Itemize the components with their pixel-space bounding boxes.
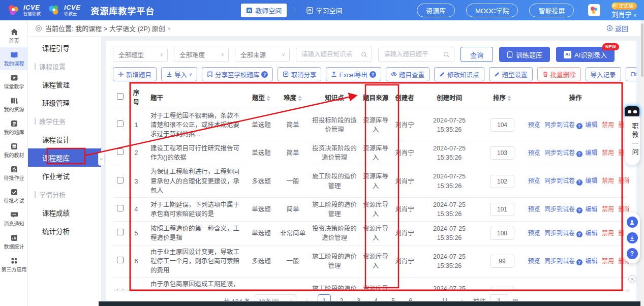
disable-link[interactable]: 禁用 bbox=[602, 149, 614, 157]
preview-link[interactable]: 预览 bbox=[528, 206, 540, 213]
row-checkbox[interactable] bbox=[117, 120, 124, 127]
edit-link[interactable]: 编辑 bbox=[586, 177, 598, 185]
delete-link[interactable]: 删除 bbox=[619, 206, 630, 213]
search-icon[interactable] bbox=[361, 51, 367, 58]
sync-to-paper-link[interactable]: 同步到试卷 bbox=[544, 206, 575, 213]
page-button[interactable]: 4 bbox=[370, 294, 383, 301]
mooc-academy-button[interactable]: MOOC学院 bbox=[466, 4, 518, 17]
source-select[interactable]: 全部来源∨ bbox=[235, 47, 290, 62]
page-size-select[interactable]: 10条/页∨ bbox=[255, 294, 296, 301]
question-type-select[interactable]: 全部题型∨ bbox=[113, 47, 168, 62]
sync-to-paper-link[interactable]: 同步到试卷 bbox=[544, 258, 575, 265]
sync-to-paper-link[interactable]: 同步到试卷 bbox=[544, 177, 575, 185]
page-button[interactable]: 6 bbox=[404, 294, 417, 301]
rail-item-exam-review[interactable]: 待批考试 bbox=[0, 185, 28, 207]
preview-link[interactable]: 预览 bbox=[528, 258, 540, 265]
sidebar-item-class-management[interactable]: 班级管理 bbox=[28, 94, 101, 112]
page-button[interactable]: 1 bbox=[318, 294, 331, 301]
sidebar-item-course-guide[interactable]: 课程引导 bbox=[28, 39, 101, 57]
search-icon[interactable] bbox=[443, 51, 450, 58]
page-button[interactable]: 11 bbox=[439, 294, 452, 301]
sort-icon[interactable] bbox=[266, 96, 270, 101]
sidebar-item-course-grades[interactable]: 课程成绩 bbox=[28, 203, 101, 222]
sync-to-paper-link[interactable]: 同步到试卷 bbox=[544, 121, 575, 129]
sidebar-item-course-design[interactable]: 课程设计 bbox=[28, 130, 101, 148]
delete-link[interactable]: 删除 bbox=[619, 177, 630, 185]
sort-input[interactable]: 104 bbox=[490, 118, 514, 132]
resource-library-button[interactable]: 资源库 bbox=[417, 4, 455, 17]
ai-recognition-button[interactable]: AI AI识别录入 NEW bbox=[556, 47, 615, 62]
sort-input[interactable]: 99 bbox=[490, 255, 514, 268]
disable-link[interactable]: 禁用 bbox=[602, 177, 614, 185]
help-icon[interactable]: ? bbox=[576, 179, 582, 186]
edit-link[interactable]: 编辑 bbox=[586, 206, 598, 213]
query-button[interactable]: 查询 bbox=[461, 47, 493, 62]
row-checkbox[interactable] bbox=[117, 177, 124, 183]
add-question-button[interactable]: 新增题目 bbox=[113, 67, 157, 81]
page-ellipsis[interactable]: ... bbox=[421, 294, 435, 301]
sidebar-collapse-handle[interactable]: « bbox=[98, 151, 105, 166]
rail-item-data-statistics[interactable]: 数据统计 bbox=[0, 230, 28, 253]
row-checkbox[interactable] bbox=[117, 148, 124, 155]
rail-item-third-party-apps[interactable]: 第三方应用 bbox=[0, 253, 28, 276]
back-button[interactable]: 返回 bbox=[606, 23, 628, 33]
rail-item-my-question-bank[interactable]: 我的题库 bbox=[0, 116, 28, 139]
question-stem-input[interactable] bbox=[384, 51, 443, 58]
excel-export-button[interactable]: Excel导出? bbox=[326, 67, 381, 81]
import-button[interactable]: 导入∨ bbox=[161, 67, 197, 81]
preview-link[interactable]: 预览 bbox=[528, 149, 540, 157]
how-to-upload-button[interactable]: 如何上传题库? bbox=[626, 67, 636, 81]
disable-link[interactable]: 禁用 bbox=[602, 258, 614, 265]
preview-link[interactable]: 预览 bbox=[528, 177, 540, 185]
select-all-checkbox[interactable] bbox=[117, 93, 124, 100]
ai-assistant-widget[interactable]: 职教一问 bbox=[623, 105, 641, 165]
sort-input[interactable]: 103 bbox=[490, 146, 514, 160]
goto-page-input[interactable] bbox=[490, 294, 508, 301]
sort-input[interactable]: 101 bbox=[490, 203, 514, 216]
rail-item-classroom-teaching[interactable]: 课堂教学 bbox=[0, 70, 28, 93]
question-type-settings-button[interactable]: 题型设置 bbox=[489, 67, 533, 81]
rail-item-my-courses[interactable]: 我的课程 bbox=[0, 47, 28, 70]
rail-item-messages[interactable]: 消息通知 bbox=[0, 207, 28, 230]
edit-link[interactable]: 编辑 bbox=[586, 121, 598, 129]
scrollbar-thumb[interactable] bbox=[641, 23, 643, 77]
sidebar-item-course-management[interactable]: 课程管理 bbox=[28, 75, 101, 94]
row-checkbox[interactable] bbox=[117, 257, 124, 263]
app-icon[interactable] bbox=[588, 4, 600, 16]
sidebar-item-statistics-analysis[interactable]: 统计分析 bbox=[28, 222, 101, 240]
download-button[interactable] bbox=[627, 232, 638, 243]
row-checkbox[interactable] bbox=[117, 205, 124, 211]
difficulty-select[interactable]: 全部难度∨ bbox=[174, 47, 229, 62]
sort-icon[interactable] bbox=[507, 96, 511, 101]
disable-link[interactable]: 禁用 bbox=[602, 121, 614, 129]
knowledge-point-input[interactable] bbox=[301, 51, 361, 58]
batch-delete-button[interactable]: 批量删除 bbox=[537, 67, 581, 81]
edit-link[interactable]: 编辑 bbox=[586, 149, 598, 157]
sort-input[interactable]: 100 bbox=[490, 227, 514, 240]
share-to-school-bank-button[interactable]: 分享至学校题库? bbox=[202, 67, 273, 81]
user-name[interactable]: 刘肖宁 ∨ bbox=[611, 11, 636, 18]
help-icon[interactable]: ? bbox=[576, 123, 582, 129]
rail-item-homework-review[interactable]: 待批作业 bbox=[0, 162, 28, 185]
breadcrumb-path[interactable]: 我的课程 > 大学语文 (2P) 原创 bbox=[75, 25, 165, 33]
edit-knowledge-point-button[interactable]: 修改知识点 bbox=[434, 67, 484, 81]
prev-page-button[interactable]: ‹ bbox=[300, 294, 314, 301]
close-float-button[interactable]: ✕ bbox=[628, 275, 636, 283]
edit-link[interactable]: 编辑 bbox=[586, 230, 598, 237]
page-button[interactable]: 5 bbox=[387, 294, 400, 301]
col-type[interactable]: 题型 bbox=[246, 85, 277, 109]
preview-link[interactable]: 预览 bbox=[528, 230, 540, 237]
sort-icon[interactable] bbox=[298, 96, 302, 101]
user-menu[interactable]: 正式版 刘肖宁 ∨ bbox=[611, 3, 637, 18]
page-button[interactable]: 3 bbox=[352, 294, 365, 301]
col-sort[interactable]: 排序 bbox=[481, 85, 524, 109]
next-page-button[interactable]: › bbox=[456, 294, 469, 301]
preview-link[interactable]: 预览 bbox=[528, 121, 540, 129]
help-icon[interactable]: ? bbox=[370, 71, 376, 78]
chevron-down-icon[interactable]: ∨ bbox=[168, 26, 171, 31]
training-bank-button[interactable]: 训练题库 bbox=[499, 47, 550, 62]
teacher-space-button[interactable]: 教师空间 bbox=[241, 4, 287, 17]
help-icon[interactable]: ? bbox=[576, 231, 582, 237]
learning-space-button[interactable]: 学习空间 bbox=[301, 4, 347, 17]
help-icon[interactable]: ? bbox=[576, 259, 582, 265]
